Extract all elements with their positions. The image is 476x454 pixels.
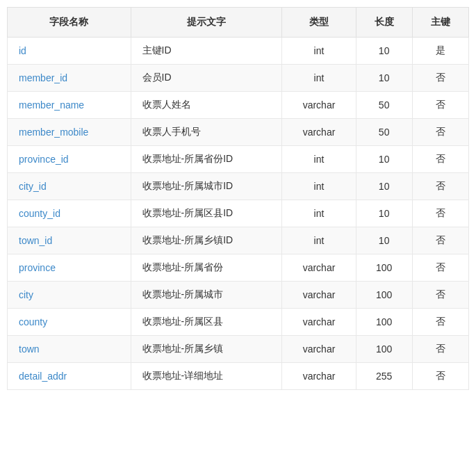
table-row: member_name收票人姓名varchar50否 bbox=[8, 92, 469, 119]
primary-key-cell: 否 bbox=[412, 65, 468, 92]
table-row: town_id收票地址-所属乡镇IDint10否 bbox=[8, 227, 469, 254]
type-cell: int bbox=[282, 173, 356, 200]
hint-text-cell: 收票地址-所属区县 bbox=[131, 309, 282, 336]
table-header-row: 字段名称 提示文字 类型 长度 主键 bbox=[8, 8, 469, 38]
field-name-cell: province_id bbox=[8, 146, 131, 173]
type-cell: int bbox=[282, 146, 356, 173]
table-row: city_id收票地址-所属城市IDint10否 bbox=[8, 173, 469, 200]
type-cell: int bbox=[282, 227, 356, 254]
length-cell: 100 bbox=[356, 336, 412, 363]
field-name-cell: city_id bbox=[8, 173, 131, 200]
table-row: detail_addr收票地址-详细地址varchar255否 bbox=[8, 363, 469, 390]
type-cell: varchar bbox=[282, 363, 356, 390]
field-name-cell: member_id bbox=[8, 65, 131, 92]
hint-text-cell: 收票地址-所属城市ID bbox=[131, 173, 282, 200]
type-cell: varchar bbox=[282, 92, 356, 119]
type-cell: varchar bbox=[282, 336, 356, 363]
col-header-type: 类型 bbox=[282, 8, 356, 38]
primary-key-cell: 是 bbox=[412, 38, 468, 65]
hint-text-cell: 收票人姓名 bbox=[131, 92, 282, 119]
primary-key-cell: 否 bbox=[412, 200, 468, 227]
length-cell: 100 bbox=[356, 282, 412, 309]
length-cell: 10 bbox=[356, 173, 412, 200]
table-row: id主键IDint10是 bbox=[8, 38, 469, 65]
type-cell: int bbox=[282, 65, 356, 92]
field-name-cell: detail_addr bbox=[8, 363, 131, 390]
length-cell: 255 bbox=[356, 363, 412, 390]
col-header-hint: 提示文字 bbox=[131, 8, 282, 38]
table-row: province_id收票地址-所属省份IDint10否 bbox=[8, 146, 469, 173]
hint-text-cell: 收票人手机号 bbox=[131, 119, 282, 146]
length-cell: 50 bbox=[356, 92, 412, 119]
hint-text-cell: 收票地址-所属乡镇ID bbox=[131, 227, 282, 254]
hint-text-cell: 主键ID bbox=[131, 38, 282, 65]
col-header-primary: 主键 bbox=[412, 8, 468, 38]
table-row: town收票地址-所属乡镇varchar100否 bbox=[8, 336, 469, 363]
type-cell: int bbox=[282, 200, 356, 227]
hint-text-cell: 收票地址-详细地址 bbox=[131, 363, 282, 390]
primary-key-cell: 否 bbox=[412, 92, 468, 119]
field-name-cell: town_id bbox=[8, 227, 131, 254]
field-name-cell: province bbox=[8, 254, 131, 282]
field-name-cell: member_mobile bbox=[8, 119, 131, 146]
field-name-cell: id bbox=[8, 38, 131, 65]
table-row: member_mobile收票人手机号varchar50否 bbox=[8, 119, 469, 146]
type-cell: varchar bbox=[282, 119, 356, 146]
type-cell: varchar bbox=[282, 309, 356, 336]
table-row: member_id会员IDint10否 bbox=[8, 65, 469, 92]
length-cell: 10 bbox=[356, 227, 412, 254]
length-cell: 10 bbox=[356, 200, 412, 227]
col-header-field: 字段名称 bbox=[8, 8, 131, 38]
type-cell: varchar bbox=[282, 254, 356, 282]
col-header-length: 长度 bbox=[356, 8, 412, 38]
table-row: county_id收票地址-所属区县IDint10否 bbox=[8, 200, 469, 227]
table-row: province收票地址-所属省份varchar100否 bbox=[8, 254, 469, 282]
length-cell: 50 bbox=[356, 119, 412, 146]
table-row: county收票地址-所属区县varchar100否 bbox=[8, 309, 469, 336]
field-name-cell: county_id bbox=[8, 200, 131, 227]
primary-key-cell: 否 bbox=[412, 363, 468, 390]
length-cell: 100 bbox=[356, 309, 412, 336]
field-name-cell: town bbox=[8, 336, 131, 363]
primary-key-cell: 否 bbox=[412, 282, 468, 309]
hint-text-cell: 收票地址-所属乡镇 bbox=[131, 336, 282, 363]
primary-key-cell: 否 bbox=[412, 336, 468, 363]
primary-key-cell: 否 bbox=[412, 309, 468, 336]
length-cell: 10 bbox=[356, 65, 412, 92]
primary-key-cell: 否 bbox=[412, 119, 468, 146]
field-name-cell: county bbox=[8, 309, 131, 336]
hint-text-cell: 会员ID bbox=[131, 65, 282, 92]
length-cell: 100 bbox=[356, 254, 412, 282]
table-row: city收票地址-所属城市varchar100否 bbox=[8, 282, 469, 309]
type-cell: varchar bbox=[282, 282, 356, 309]
hint-text-cell: 收票地址-所属城市 bbox=[131, 282, 282, 309]
length-cell: 10 bbox=[356, 38, 412, 65]
hint-text-cell: 收票地址-所属省份 bbox=[131, 254, 282, 282]
type-cell: int bbox=[282, 38, 356, 65]
field-name-cell: member_name bbox=[8, 92, 131, 119]
primary-key-cell: 否 bbox=[412, 227, 468, 254]
hint-text-cell: 收票地址-所属省份ID bbox=[131, 146, 282, 173]
primary-key-cell: 否 bbox=[412, 173, 468, 200]
hint-text-cell: 收票地址-所属区县ID bbox=[131, 200, 282, 227]
length-cell: 10 bbox=[356, 146, 412, 173]
database-schema-table: 字段名称 提示文字 类型 长度 主键 id主键IDint10是member_id… bbox=[7, 7, 469, 390]
primary-key-cell: 否 bbox=[412, 254, 468, 282]
field-name-cell: city bbox=[8, 282, 131, 309]
primary-key-cell: 否 bbox=[412, 146, 468, 173]
